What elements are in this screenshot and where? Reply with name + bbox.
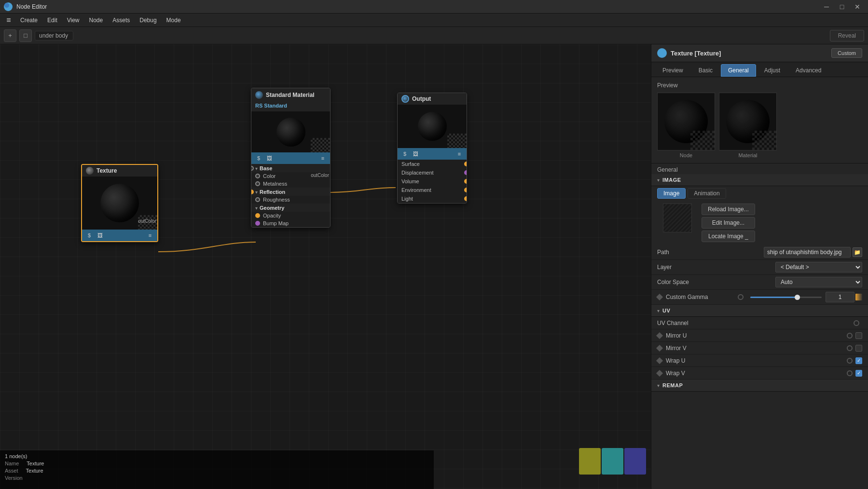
wrap-v-label: Wrap V: [666, 370, 847, 377]
output-sphere: [418, 112, 447, 141]
menu-create[interactable]: Create: [15, 15, 42, 26]
standard-menu-icon[interactable]: ≡: [318, 154, 327, 163]
color-swatches: [579, 448, 646, 475]
path-input[interactable]: [764, 247, 851, 258]
panel-tabs: Preview Basic General Adjust Advanced: [651, 62, 868, 77]
metalness-input-port[interactable]: [255, 181, 260, 186]
material-preview-item: Material: [719, 93, 777, 158]
custom-gamma-radio[interactable]: [738, 294, 744, 300]
swatch-1[interactable]: [579, 448, 601, 475]
wrap-u-checkbox[interactable]: [855, 357, 862, 364]
standard-material-node[interactable]: Standard Material RS Standard $ 🖼 ≡ ▾ Ba…: [251, 88, 331, 228]
add-node-button[interactable]: +: [4, 29, 16, 42]
tab-basic[interactable]: Basic: [691, 64, 720, 77]
edit-image-button[interactable]: Edit Image...: [702, 217, 755, 229]
path-folder-btn[interactable]: 📁: [853, 247, 862, 257]
right-panel: Texture [Texture] Custom Preview Basic G…: [651, 44, 868, 489]
wrap-u-radio[interactable]: [847, 358, 853, 364]
displacement-port[interactable]: [464, 170, 467, 175]
node-type-button[interactable]: □: [19, 29, 32, 42]
standard-node-icon: [255, 91, 263, 99]
tab-advanced[interactable]: Advanced: [788, 64, 828, 77]
reveal-button[interactable]: Reveal: [830, 30, 864, 41]
tab-general[interactable]: General: [721, 64, 756, 77]
standard-image-icon[interactable]: 🖼: [265, 154, 274, 163]
minimize-button[interactable]: ─: [820, 0, 833, 14]
standard-checker: [311, 138, 330, 152]
menu-view[interactable]: View: [62, 15, 84, 26]
tab-preview[interactable]: Preview: [655, 64, 690, 77]
texture-out-label: outColor: [138, 218, 156, 224]
tab-adjust[interactable]: Adjust: [757, 64, 787, 77]
wrap-v-checkbox[interactable]: [855, 370, 862, 377]
path-row: Path 📁: [651, 245, 868, 260]
image-tab-image[interactable]: Image: [657, 188, 686, 199]
mirror-u-checkbox[interactable]: [855, 332, 862, 339]
light-port[interactable]: [464, 196, 467, 201]
color-space-label: Color Space: [657, 279, 775, 285]
opacity-port-label: Opacity: [263, 213, 281, 218]
mirror-v-row: Mirror V: [651, 342, 868, 354]
texture-image-icon[interactable]: 🖼: [96, 231, 104, 240]
custom-gamma-input[interactable]: [826, 292, 854, 302]
environment-port-row: Environment: [398, 186, 467, 194]
output-dollar-icon[interactable]: $: [400, 149, 409, 158]
mirror-u-label: Mirror U: [666, 332, 847, 339]
geometry-section-header: ▾ Geometry: [251, 204, 330, 212]
custom-gamma-label: Custom Gamma: [666, 294, 738, 300]
uv-channel-radio[interactable]: [854, 320, 859, 326]
uv-section-header[interactable]: ▾ UV: [651, 305, 868, 317]
close-button[interactable]: ✕: [851, 0, 864, 14]
uv-section-title: UV: [662, 308, 670, 313]
locate-image-button[interactable]: Locate Image _: [702, 231, 755, 242]
app-icon: [4, 2, 13, 11]
remap-toggle-arrow: ▾: [657, 383, 660, 388]
standard-dollar-icon[interactable]: $: [254, 154, 263, 163]
output-menu-icon[interactable]: ≡: [455, 149, 464, 158]
mirror-v-radio[interactable]: [847, 345, 853, 351]
standard-node-header: Standard Material RS Standard: [251, 88, 330, 111]
surface-port[interactable]: [464, 162, 467, 166]
menu-debug[interactable]: Debug: [135, 15, 161, 26]
light-port-row: Light: [398, 194, 467, 203]
custom-button[interactable]: Custom: [831, 48, 862, 58]
texture-menu-icon[interactable]: ≡: [146, 231, 154, 240]
hamburger-menu[interactable]: ≡: [2, 14, 15, 27]
texture-node[interactable]: Texture $ 🖼 ≡ outColor: [81, 164, 158, 242]
wrap-v-radio[interactable]: [847, 370, 853, 376]
image-tab-animation[interactable]: Animation: [688, 188, 726, 199]
output-node[interactable]: Output $ 🖼 ≡ Surface Displacement: [397, 93, 467, 204]
base-input-port: [251, 166, 254, 171]
color-input-port[interactable]: [255, 174, 260, 178]
reload-image-button[interactable]: Reload Image...: [702, 204, 755, 215]
node-preview-item: Node: [657, 93, 715, 158]
volume-port[interactable]: [464, 179, 467, 184]
output-node-footer: $ 🖼 ≡: [398, 148, 467, 160]
maximize-button[interactable]: □: [835, 0, 849, 14]
swatch-2[interactable]: [602, 448, 623, 475]
menu-node[interactable]: Node: [84, 15, 108, 26]
menu-mode[interactable]: Mode: [162, 15, 186, 26]
environment-port[interactable]: [464, 188, 467, 192]
image-tabs: Image Animation: [651, 186, 868, 201]
remap-section-header[interactable]: ▾ REMAP: [651, 380, 868, 392]
wrap-u-row: Wrap U: [651, 354, 868, 367]
image-section-header[interactable]: ▾ IMAGE: [651, 174, 868, 186]
bumpmap-input-port[interactable]: [255, 221, 260, 226]
menu-assets[interactable]: Assets: [108, 15, 135, 26]
graph-name-label: under body: [35, 31, 73, 41]
menu-edit[interactable]: Edit: [42, 15, 62, 26]
mirror-v-checkbox[interactable]: [855, 345, 862, 352]
node-canvas[interactable]: Texture $ 🖼 ≡ outColor Standard: [0, 44, 651, 489]
texture-dollar-icon[interactable]: $: [85, 231, 94, 240]
swatch-3[interactable]: [624, 448, 646, 475]
output-image-icon[interactable]: 🖼: [411, 149, 420, 158]
window-title: Node Editor: [16, 3, 820, 10]
color-space-select[interactable]: Auto: [775, 277, 862, 287]
roughness-input-port[interactable]: [255, 197, 260, 202]
custom-gamma-slider[interactable]: [750, 297, 822, 298]
opacity-input-port[interactable]: [255, 213, 260, 218]
mirror-u-radio[interactable]: [847, 333, 853, 339]
layer-select[interactable]: < Default >: [775, 262, 862, 272]
base-section-title: Base: [260, 165, 272, 171]
